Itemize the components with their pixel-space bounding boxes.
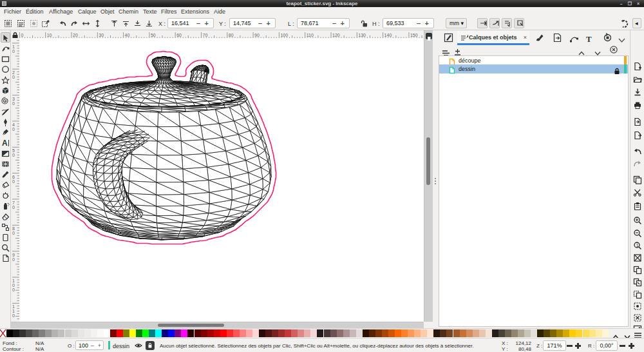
- svg-text:A: A: [2, 139, 8, 147]
- svg-text:70: 70: [203, 33, 208, 37]
- svg-text:30: 30: [99, 33, 104, 37]
- svg-text:50: 50: [151, 33, 156, 37]
- svg-text:100: 100: [280, 33, 288, 37]
- svg-text:9: 9: [12, 253, 15, 257]
- svg-text:0: 0: [12, 75, 15, 79]
- svg-text:40: 40: [125, 33, 130, 37]
- svg-text:90: 90: [254, 33, 260, 37]
- svg-text:0: 0: [12, 153, 15, 157]
- svg-text:2: 2: [12, 70, 15, 75]
- svg-text:0: 0: [12, 205, 15, 210]
- svg-text:8: 8: [12, 226, 15, 231]
- svg-text:60: 60: [176, 33, 182, 37]
- svg-text:110: 110: [307, 33, 314, 37]
- svg-text:0: 0: [12, 127, 15, 132]
- svg-text:20: 20: [73, 33, 78, 37]
- svg-text:0: 0: [12, 101, 15, 106]
- svg-text:1: 1: [636, 243, 639, 248]
- svg-text:0: 0: [12, 231, 15, 235]
- svg-text:0: 0: [12, 313, 15, 318]
- svg-text:4: 4: [12, 122, 15, 127]
- svg-text:0: 0: [12, 257, 15, 262]
- svg-text:1: 1: [12, 309, 15, 313]
- svg-text:140: 140: [384, 33, 392, 37]
- svg-text:7: 7: [12, 200, 15, 205]
- svg-text:1: 1: [12, 304, 15, 309]
- svg-text:130: 130: [358, 33, 366, 37]
- svg-text:0: 0: [12, 288, 15, 292]
- svg-text:3: 3: [12, 97, 15, 101]
- svg-text:0: 0: [12, 179, 15, 184]
- svg-text:150: 150: [410, 33, 418, 37]
- svg-text:80: 80: [229, 33, 234, 37]
- svg-text:1: 1: [12, 279, 15, 283]
- svg-text:0: 0: [21, 33, 23, 37]
- svg-text:6: 6: [12, 175, 15, 179]
- svg-text:0: 0: [12, 283, 15, 288]
- svg-text:120: 120: [332, 33, 340, 37]
- svg-text:1: 1: [12, 44, 15, 49]
- svg-text:10: 10: [47, 33, 52, 37]
- svg-text:0: 0: [12, 49, 15, 54]
- svg-text:5: 5: [12, 148, 15, 153]
